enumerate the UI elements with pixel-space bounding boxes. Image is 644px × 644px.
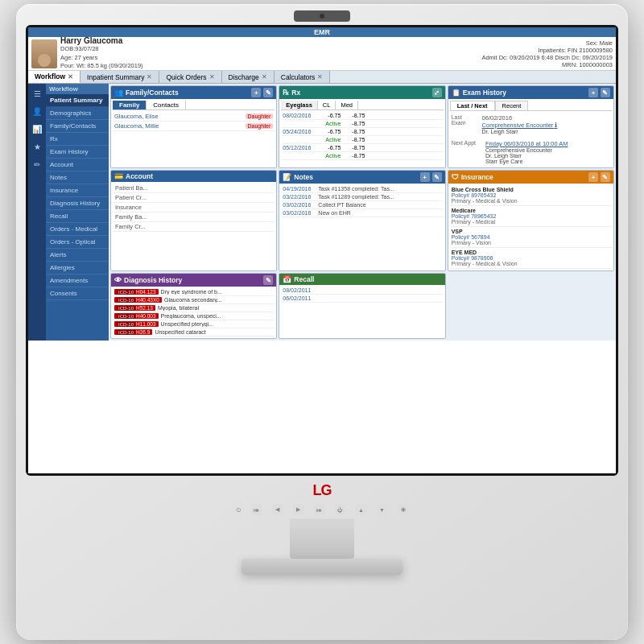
tab-calculators[interactable]: Calculators ✕ — [275, 71, 331, 83]
emr-label: EMR — [314, 28, 330, 36]
chart-icon[interactable]: 📊 — [31, 122, 43, 135]
sidebar-item-demographics[interactable]: Demographics — [46, 107, 109, 120]
rx-row-0: 08/02/2016 -6.75 -8.75 — [281, 112, 443, 120]
family-contacts-header: 👥 Family/Contacts + ✎ — [111, 86, 276, 99]
account-panel: 💳 Account Patient Ba... Patient Cr... — [110, 170, 277, 271]
sidebar-workflow-label: Workflow — [46, 84, 109, 94]
account-row-2: Insurance — [113, 203, 275, 213]
ctrl-btn-6[interactable]: ▼ — [377, 504, 388, 515]
account-header: 💳 Account — [111, 171, 276, 182]
patient-weight: Pour: Wt: 85.5 kg (09/20/2019) — [60, 62, 478, 71]
tab-inpatient-summary[interactable]: Inpatient Summary ✕ — [80, 71, 159, 83]
rx-tab-med[interactable]: Med — [336, 101, 358, 109]
exam-icon: 📋 — [452, 89, 460, 97]
exam-tab-last-next[interactable]: Last / Next — [450, 101, 495, 110]
sidebar-item-orders-medical[interactable]: Orders - Medical — [46, 223, 109, 236]
tab-workflow-close[interactable]: ✕ — [68, 73, 73, 80]
tab-inpatient-close[interactable]: ✕ — [147, 73, 152, 80]
sidebar-item-orders-optical[interactable]: Orders - Optical — [46, 236, 109, 249]
family-tab-contacts[interactable]: Contacts — [147, 101, 186, 109]
ctrl-btn-2[interactable]: ◀ — [272, 504, 283, 515]
monitor-stand-neck — [290, 518, 354, 559]
notes-icon: 📝 — [283, 173, 291, 181]
sidebar-item-consents[interactable]: Consents — [46, 287, 109, 300]
exam-edit-btn[interactable]: ✎ — [601, 88, 610, 97]
diag-row-1: ICD-10H40.43X0 Glaucoma secondary... — [113, 296, 275, 304]
exam-next-date[interactable]: Friday 06/03/2016 at 10:00 AM — [485, 140, 568, 147]
sidebar-item-account[interactable]: Account — [46, 159, 109, 171]
tab-quick-orders-close[interactable]: ✕ — [209, 73, 215, 80]
ctrl-btn-power[interactable]: ⏻ — [335, 504, 346, 515]
rx-header: ℞ Rx ⤢ — [279, 86, 444, 99]
sidebar-item-rx[interactable]: Rx — [46, 133, 109, 146]
rx-expand-btn[interactable]: ⤢ — [432, 88, 442, 97]
ctrl-btn-7[interactable]: ◉ — [398, 504, 409, 515]
sidebar-item-insurance[interactable]: Insurance — [46, 184, 109, 197]
notes-edit-btn[interactable]: ✎ — [432, 172, 442, 182]
account-row-4: Family Cr... — [113, 222, 275, 232]
patient-inpatient: Inpatients: FIN 2100009580 — [481, 47, 613, 54]
rx-row-3: Active -8.75 — [281, 136, 443, 144]
exam-tabs: Last / Next Recent — [450, 101, 612, 111]
sidebar-item-exam-history[interactable]: Exam History — [46, 146, 109, 159]
diagnosis-edit-btn[interactable]: ✎ — [263, 275, 273, 285]
menu-icon[interactable]: ☰ — [31, 87, 43, 100]
account-row-1: Patient Cr... — [113, 193, 275, 203]
ctrl-btn-5[interactable]: ▲ — [356, 504, 367, 515]
patient-age: Age: 27 years — [60, 54, 478, 63]
top-tabs: Workflow ✕ Inpatient Summary ✕ Quick Ord… — [28, 71, 616, 84]
rx-tab-cl[interactable]: CL — [318, 101, 336, 109]
rx-tabs: Eyeglass CL Med — [281, 101, 443, 110]
note-row-3: 03/02/2016 New on EHR — [281, 209, 443, 217]
sidebar-item-patient-summary[interactable]: Patient Summary — [46, 94, 109, 107]
exam-last-link[interactable]: Comprehensive Encounter ℹ — [482, 122, 558, 129]
content-area: 👥 Family/Contacts + ✎ Family Cont — [109, 84, 616, 341]
ctrl-btn-1[interactable]: ⏮ — [251, 504, 262, 515]
insurance-header: 🛡 Insurance + ✎ — [448, 171, 613, 184]
insurance-edit-btn[interactable]: ✎ — [601, 172, 610, 182]
diagnosis-panel: 👁 Diagnosis History ✎ ICD-10H04.123 Dry … — [110, 273, 277, 339]
account-row-0: Patient Ba... — [113, 184, 275, 193]
tab-discharge[interactable]: Discharge ✕ — [222, 71, 275, 83]
sidebar-item-amendments[interactable]: Amendments — [46, 275, 109, 287]
family-add-btn[interactable]: + — [251, 88, 261, 97]
ins-row-2: VSP Policy# 567894 Primary - Vision — [450, 227, 612, 248]
exam-history-panel: 📋 Exam History + ✎ Last / Next Re — [448, 85, 614, 168]
rx-row-5: Active -8.75 — [281, 152, 443, 160]
pencil-icon[interactable]: ✏ — [31, 158, 43, 171]
sidebar: ☰ 👤 📊 ★ ✏ Workflow Patient Summary Demog… — [28, 84, 109, 341]
family-row-1: Glaucoma, Millie Daughter — [113, 122, 275, 131]
sidebar-item-allergies[interactable]: Allergies — [46, 262, 109, 275]
sidebar-item-alerts[interactable]: Alerts — [46, 249, 109, 262]
monitor-stand-base — [242, 559, 402, 575]
exam-add-btn[interactable]: + — [588, 88, 598, 97]
tab-discharge-close[interactable]: ✕ — [262, 73, 267, 80]
sidebar-item-recall[interactable]: Recall — [46, 210, 109, 223]
tab-quick-orders[interactable]: Quick Orders ✕ — [159, 71, 221, 83]
ctrl-btn-4[interactable]: ⏭ — [314, 504, 325, 515]
tab-calculators-close[interactable]: ✕ — [317, 73, 323, 80]
family-edit-btn[interactable]: ✎ — [263, 88, 273, 97]
rx-row-4: 05/12/2016 -6.75 -8.75 — [281, 144, 443, 152]
notes-panel: 📝 Notes + ✎ 04/19/2016 Task #1135 — [279, 170, 445, 271]
insurance-icon: 🛡 — [452, 173, 459, 181]
recall-icon: 📅 — [283, 275, 291, 283]
sidebar-item-notes[interactable]: Notes — [46, 171, 109, 184]
exam-tab-recent[interactable]: Recent — [495, 101, 529, 110]
insurance-add-btn[interactable]: + — [588, 172, 598, 182]
person-icon[interactable]: 👤 — [31, 105, 43, 118]
sidebar-item-family-contacts[interactable]: Family/Contacts — [46, 120, 109, 133]
ins-row-3: EYE MED Policy# 9878906 Primary - Medica… — [450, 248, 612, 269]
note-row-0: 04/19/2016 Task #11358 completed: Tas... — [281, 185, 443, 193]
sidebar-item-diagnosis-history[interactable]: Diagnosis History — [46, 197, 109, 210]
star-icon[interactable]: ★ — [31, 140, 43, 153]
rx-tab-eyeglass[interactable]: Eyeglass — [281, 101, 318, 109]
content-wrapper: ☰ 👤 📊 ★ ✏ Workflow Patient Summary Demog… — [28, 84, 616, 341]
sidebar-menu: Workflow Patient Summary Demographics Fa… — [46, 84, 109, 341]
ctrl-btn-3[interactable]: ▶ — [293, 504, 304, 515]
family-tab-family[interactable]: Family — [113, 101, 147, 109]
notes-add-btn[interactable]: + — [420, 172, 430, 182]
webcam — [294, 10, 350, 22]
rx-icon: ℞ — [283, 89, 289, 97]
tab-workflow[interactable]: Workflow ✕ — [28, 71, 80, 83]
